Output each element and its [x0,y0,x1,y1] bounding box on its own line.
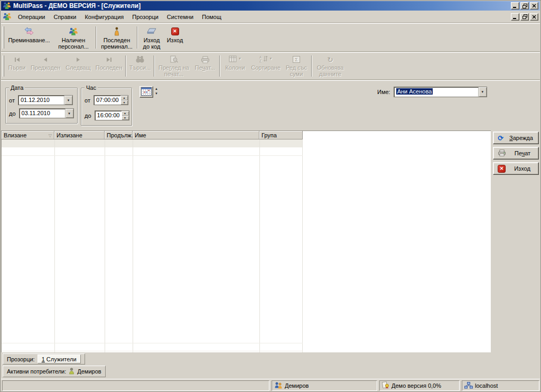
time-to-spinner[interactable]: 16:00:00 ▲▼ [95,110,129,120]
grid-line [105,139,105,352]
grid-band-row [2,139,303,147]
transfer-button[interactable]: Преминаване... [6,25,52,50]
child-restore-button[interactable] [520,13,529,21]
menu-system[interactable]: Системни [163,13,198,21]
print-button-side[interactable]: Печат [493,147,539,160]
calendar-button[interactable] [139,86,153,98]
svg-text:Z: Z [259,59,262,62]
person-icon [114,26,119,36]
search-button: Търси... [127,54,153,78]
network-icon [464,382,473,390]
exit-to-code-button[interactable]: Изход до код [139,25,164,50]
exit-button[interactable]: ✕ Изход [164,25,185,50]
first-icon [15,55,20,63]
combo-arrow-icon[interactable]: ▼ [65,109,73,118]
user-icon [69,368,74,376]
mini-spinner[interactable]: ▲ ▼ [155,87,158,95]
restore-button[interactable] [520,2,529,10]
status-user-name: Демиров [285,382,309,389]
application-window: MultiPass - ДЕМО ВЕРСИЯ - [Служители] Оп… [0,0,541,392]
transfer-arrows-icon [23,26,35,36]
time-to-label: до [85,113,91,119]
combo-arrow-icon[interactable]: ▼ [478,87,487,97]
menu-operations[interactable]: Операции [14,13,49,21]
app-logo-icon [3,2,11,11]
close-button[interactable] [530,2,538,10]
spin-down-icon[interactable]: ▼ [120,100,128,105]
time-from-label: от [85,97,90,104]
column-header-entry[interactable]: Влизане ▽ [2,131,54,139]
grid-line [2,351,303,351]
nav-toolbar: Първи Предходен Следващ Последен Търси..… [1,52,540,80]
exit-button-side[interactable]: ✕ Изход [493,162,539,175]
svg-text:A: A [259,55,262,59]
printer-color-icon [498,150,506,157]
menu-help[interactable]: Помощ [198,13,226,21]
next-icon [77,55,80,63]
grid-line [54,139,55,352]
date-from-combobox[interactable]: 01.12.2010 ▼ [18,95,73,105]
menu-configuration[interactable]: Конфигурация [80,13,128,21]
printer-icon [201,55,210,63]
spin-down-icon[interactable]: ▼ [155,92,158,95]
status-user-panel: Демиров [272,380,377,391]
sum-row-button: Σ Ред със суми [283,54,310,78]
column-header-name[interactable]: Име [133,131,259,139]
columns-button: ▼ Колони [221,54,249,78]
toolbar-gripper[interactable] [3,26,4,49]
status-version-text: Демо версия 0,0% [391,382,441,389]
column-header-exit[interactable]: Излизане [54,131,105,139]
records-grid: Влизане ▽ Излизане Продълж. Име Група [1,130,491,352]
spin-down-icon[interactable]: ▼ [122,116,129,120]
child-window-icon[interactable] [3,12,12,22]
refresh-icon: ↻ [327,56,333,63]
refresh-blue-icon: ⟳ [498,134,503,142]
status-empty-panel [2,380,269,391]
license-icon [382,381,389,390]
grid-line [133,139,133,352]
active-users-bar: Активни потребители: Демиров [1,366,540,378]
time-from-spinner[interactable]: 07:00:00 ▲▼ [94,95,128,105]
toolbar-separator [96,26,97,49]
time-group-legend: Час [85,85,98,91]
print-button: Печат... [192,54,218,78]
last-record-button: Последен [94,54,124,78]
prev-record-button: Предходен [28,54,63,78]
date-to-combobox[interactable]: 03.11.2010 ▼ [19,108,74,118]
active-user-name[interactable]: Демиров [77,368,101,375]
combo-arrow-icon[interactable]: ▼ [64,96,72,105]
first-record-button: Първи [6,54,28,78]
active-users-label: Активни потребители: [7,368,66,375]
columns-dropdown-icon: ▼ [238,55,241,62]
minimize-button[interactable] [511,2,519,10]
print-preview-button: Преглед на печат... [156,54,192,78]
child-minimize-button[interactable] [511,13,519,21]
available-staff-button[interactable]: Наличен персонал... [52,25,95,50]
grid-line [2,343,303,343]
menu-windows[interactable]: Прозорци [128,13,163,21]
selected-name: Ани Асенова [396,88,433,95]
calendar-icon [141,87,152,97]
window-tab-employees[interactable]: 1 Служители [38,354,81,363]
staff-group-icon [69,26,78,36]
sort-az-icon: AZ [259,55,268,63]
spin-up-icon[interactable]: ▲ [120,96,128,100]
status-host-panel: localhost [462,380,539,391]
card-icon [147,26,156,36]
windows-bar-label: Прозорци: [7,356,35,362]
column-header-duration[interactable]: Продълж. [105,131,133,139]
toolbar-separator [154,55,155,77]
child-close-button[interactable] [530,13,538,21]
grid-header: Влизане ▽ Излизане Продълж. Име Група [2,131,303,139]
title-bar: MultiPass - ДЕМО ВЕРСИЯ - [Служители] [1,1,540,11]
spin-up-icon[interactable]: ▲ [155,87,158,90]
menu-reports[interactable]: Справки [49,13,80,21]
column-header-group[interactable]: Група [259,131,303,139]
windows-bar: Прозорци: 1 Служители [1,353,540,365]
toolbar-separator [125,55,126,77]
name-combobox[interactable]: Ани Асенова ▼ [394,87,487,97]
spin-up-icon[interactable]: ▲ [122,111,129,116]
toolbar-gripper[interactable] [3,55,4,77]
load-button[interactable]: ⟳ Зарежда [493,132,539,144]
last-passed-button[interactable]: Последен преминал... [98,25,136,50]
